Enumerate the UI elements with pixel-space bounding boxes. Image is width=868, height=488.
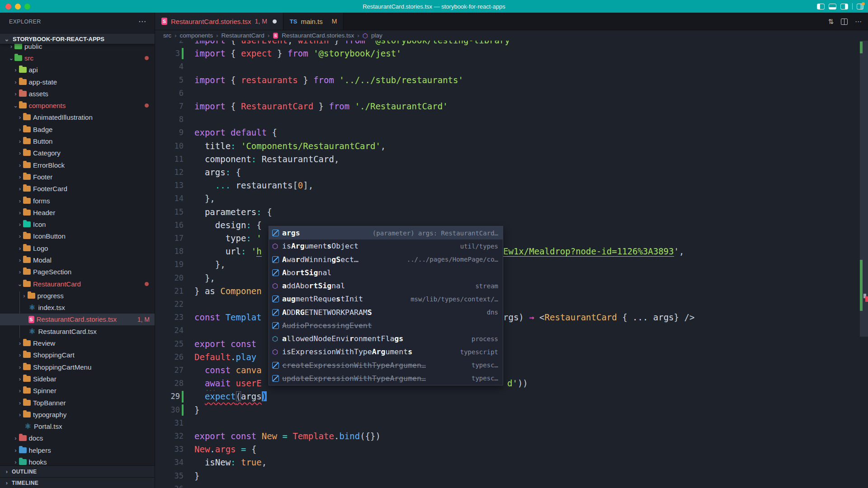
tree-item-sidebar[interactable]: ›Sidebar xyxy=(0,373,155,385)
chevron-right-icon[interactable]: › xyxy=(17,257,23,263)
code-line-5[interactable]: 5import { restaurants } from '../../stub… xyxy=(155,74,868,87)
breadcrumb-restaurantcard[interactable]: RestaurantCard xyxy=(222,32,264,39)
code-line-9[interactable]: 9export default { xyxy=(155,126,868,139)
code-line-19[interactable]: 19 }, xyxy=(155,258,868,271)
code-line-13[interactable]: 13 ... restaurants[0], xyxy=(155,179,868,192)
code-line-11[interactable]: 11 component: RestaurantCard, xyxy=(155,153,868,166)
suggestion-item[interactable]: args(parameter) args: RestaurantCard… xyxy=(269,226,503,239)
tree-item-portal-tsx[interactable]: ⚛Portal.tsx xyxy=(0,421,155,432)
toggle-secondary-sidebar-icon[interactable] xyxy=(840,4,848,9)
chevron-right-icon[interactable]: › xyxy=(17,221,23,228)
code-line-22[interactable]: 22 xyxy=(155,298,868,311)
code-line-17[interactable]: 17 type: ' xyxy=(155,232,868,245)
code-line-3[interactable]: 3import { expect } from '@storybook/jest… xyxy=(155,47,868,60)
outline-section-header[interactable]: › OUTLINE xyxy=(0,465,155,477)
chevron-right-icon[interactable]: › xyxy=(17,411,23,418)
code-line-30[interactable]: 30} xyxy=(155,404,868,417)
editor-more-actions-icon[interactable]: ⋯ xyxy=(855,18,862,26)
tree-item-errorblock[interactable]: ›ErrorBlock xyxy=(0,159,155,171)
breadcrumb-symbol-play[interactable]: play xyxy=(371,32,382,39)
tree-item-animatedillustration[interactable]: ›AnimatedIllustration xyxy=(0,112,155,123)
chevron-right-icon[interactable]: › xyxy=(13,459,19,465)
tree-item-topbanner[interactable]: ›TopBanner xyxy=(0,397,155,408)
code-line-21[interactable]: 21} as Componen xyxy=(155,285,868,298)
chevron-right-icon[interactable]: › xyxy=(17,245,23,252)
chevron-right-icon[interactable]: › xyxy=(17,150,23,156)
code-line-34[interactable]: 34 isNew: true, xyxy=(155,456,868,469)
suggestion-item[interactable]: createExpressionWithTypeArgumen…typesc… xyxy=(269,359,503,372)
chevron-right-icon[interactable]: › xyxy=(17,197,23,204)
tree-item-restaurantcard[interactable]: ⌄RestaurantCard xyxy=(0,278,155,290)
tree-item-progress[interactable]: ›progress xyxy=(0,290,155,301)
breadcrumb-file[interactable]: RestaurantCard.stories.tsx xyxy=(282,32,354,39)
tab-main-ts[interactable]: TS main.ts M xyxy=(283,13,344,30)
tree-item-docs[interactable]: ›docs xyxy=(0,432,155,444)
timeline-section-header[interactable]: › TIMELINE xyxy=(0,477,155,488)
tree-item-shoppingcart[interactable]: ›ShoppingCart xyxy=(0,349,155,361)
chevron-right-icon[interactable]: › xyxy=(17,174,23,180)
code-line-25[interactable]: 25export const xyxy=(155,338,868,351)
chevron-right-icon[interactable]: › xyxy=(17,126,23,133)
tree-item-hooks[interactable]: ›hooks xyxy=(0,456,155,465)
suggestion-item[interactable]: AbortSignal xyxy=(269,266,503,279)
chevron-right-icon[interactable]: › xyxy=(17,375,23,382)
code-line-33[interactable]: 33New.args = { xyxy=(155,443,868,456)
chevron-right-icon[interactable]: › xyxy=(17,209,23,216)
chevron-right-icon[interactable]: › xyxy=(17,233,23,239)
tree-item-index-tsx[interactable]: ⚛index.tsx xyxy=(0,302,155,314)
split-editor-icon[interactable] xyxy=(841,19,848,25)
tree-item-spinner[interactable]: ›Spinner xyxy=(0,385,155,397)
tree-item-assets[interactable]: ›assets xyxy=(0,88,155,99)
code-line-26[interactable]: 26Default.play xyxy=(155,351,868,364)
code-line-35[interactable]: 35} xyxy=(155,469,868,483)
tree-item-components[interactable]: ⌄components xyxy=(0,99,155,111)
chevron-right-icon[interactable]: › xyxy=(17,364,23,371)
chevron-right-icon[interactable]: › xyxy=(17,162,23,169)
tree-item-icon[interactable]: ›Icon xyxy=(0,218,155,230)
code-line-24[interactable]: 24 xyxy=(155,324,868,337)
workspace-root-header[interactable]: ⌄ STORYBOOK-FOR-REACT-APPS xyxy=(0,34,155,44)
tree-item-restaurantcard-tsx[interactable]: ⚛RestaurantCard.tsx xyxy=(0,325,155,337)
suggestion-item[interactable]: AudioProcessingEvent xyxy=(269,319,503,332)
tree-item-category[interactable]: ›Category xyxy=(0,147,155,159)
unsaved-dot-icon[interactable] xyxy=(273,19,277,23)
tree-item-button[interactable]: ›Button xyxy=(0,135,155,147)
explorer-more-actions-icon[interactable]: ⋯ xyxy=(138,17,146,26)
code-line-16[interactable]: 16 design: { xyxy=(155,219,868,232)
tree-item-header[interactable]: ›Header xyxy=(0,206,155,218)
code-line-8[interactable]: 8 xyxy=(155,113,868,126)
customize-layout-icon[interactable] xyxy=(857,4,863,9)
suggestion-item[interactable]: addAbortSignalstream xyxy=(269,279,503,292)
tree-item-typography[interactable]: ›typography xyxy=(0,408,155,420)
chevron-right-icon[interactable]: › xyxy=(17,185,23,192)
tree-item-modal[interactable]: ›Modal xyxy=(0,254,155,266)
tree-item-src[interactable]: ⌄src xyxy=(0,52,155,64)
breadcrumb-components[interactable]: components xyxy=(180,32,213,39)
suggestion-item[interactable]: augmentRequestInitmsw/lib/types/context/… xyxy=(269,292,503,305)
code-line-4[interactable]: 4 xyxy=(155,60,868,73)
code-line-2[interactable]: 2import { userEvent, within } from '@sto… xyxy=(155,41,868,47)
suggestion-item[interactable]: ADDRGETNETWORKPARAMSdns xyxy=(269,306,503,319)
chevron-down-icon[interactable]: ⌄ xyxy=(13,102,19,109)
tree-item-logo[interactable]: ›Logo xyxy=(0,242,155,254)
code-line-6[interactable]: 6 xyxy=(155,87,868,100)
code-line-18[interactable]: 18 url: 'hEw1x/Mealdrop?node-id=1126%3A3… xyxy=(155,245,868,258)
chevron-right-icon[interactable]: › xyxy=(13,435,19,441)
tree-item-review[interactable]: ›Review xyxy=(0,337,155,349)
toggle-primary-sidebar-icon[interactable] xyxy=(817,4,825,9)
code-line-36[interactable]: 36 xyxy=(155,483,868,488)
suggestion-item[interactable]: updateExpressionWithTypeArgumen…typesc… xyxy=(269,372,503,385)
chevron-right-icon[interactable]: › xyxy=(17,340,23,347)
tree-item-forms[interactable]: ›forms xyxy=(0,195,155,206)
code-line-28[interactable]: 28 await userEd')) xyxy=(155,377,868,390)
tree-item-api[interactable]: ›api xyxy=(0,64,155,76)
tree-item-iconbutton[interactable]: ›IconButton xyxy=(0,230,155,242)
suggestion-item[interactable]: AwardWinningSect…../../pages/HomePage/co… xyxy=(269,253,503,266)
tree-item-shoppingcartmenu[interactable]: ›ShoppingCartMenu xyxy=(0,361,155,373)
code-line-27[interactable]: 27 const canva xyxy=(155,364,868,377)
code-line-15[interactable]: 15 parameters: { xyxy=(155,206,868,219)
code-line-12[interactable]: 12 args: { xyxy=(155,166,868,179)
editor-scrollbar[interactable] xyxy=(859,41,868,488)
chevron-right-icon[interactable]: › xyxy=(17,387,23,394)
suggestion-item[interactable]: allowedNodeEnvironmentFlagsprocess xyxy=(269,332,503,345)
